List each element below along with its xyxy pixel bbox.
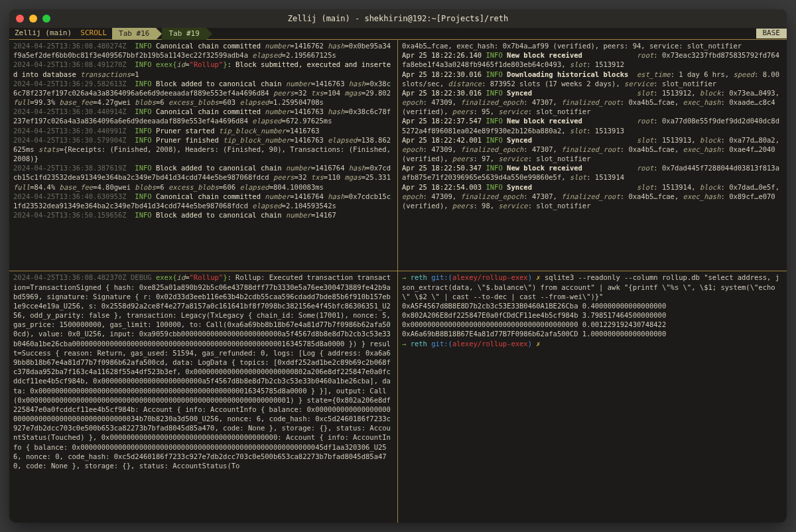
pane-grid: 2024-04-25T13:36:08.480274Z INFO Canonic… — [9, 40, 787, 523]
tab-19[interactable]: Tab #19 — [162, 28, 206, 40]
pane-top-right[interactable]: 0xa4b5…fcae, exec_hash: 0x7b4a…af99 (ver… — [398, 40, 787, 271]
window-title: Zellij (main) - shekhirin@192:~[Projects… — [9, 13, 787, 24]
terminal-window: Zellij (main) - shekhirin@192:~[Projects… — [9, 9, 787, 523]
zellij-session-label: Zellij (main) SCROLL — [9, 29, 112, 38]
tab-bar: Zellij (main) SCROLL Tab #16 Tab #19 BAS… — [9, 28, 787, 40]
pane-top-left[interactable]: 2024-04-25T13:36:08.480274Z INFO Canonic… — [9, 40, 398, 271]
tab-16[interactable]: Tab #16 — [112, 28, 156, 40]
base-mode-indicator: BASE — [756, 29, 787, 38]
titlebar: Zellij (main) - shekhirin@192:~[Projects… — [9, 9, 787, 28]
pane-bottom-left[interactable]: 2024-04-25T13:36:08.482370Z DEBUG exex{i… — [9, 271, 398, 523]
scroll-mode-indicator: SCROLL — [80, 29, 107, 37]
pane-bottom-right[interactable]: → reth git:(alexey/rollup-exex) ✗ sqlite… — [398, 271, 787, 523]
